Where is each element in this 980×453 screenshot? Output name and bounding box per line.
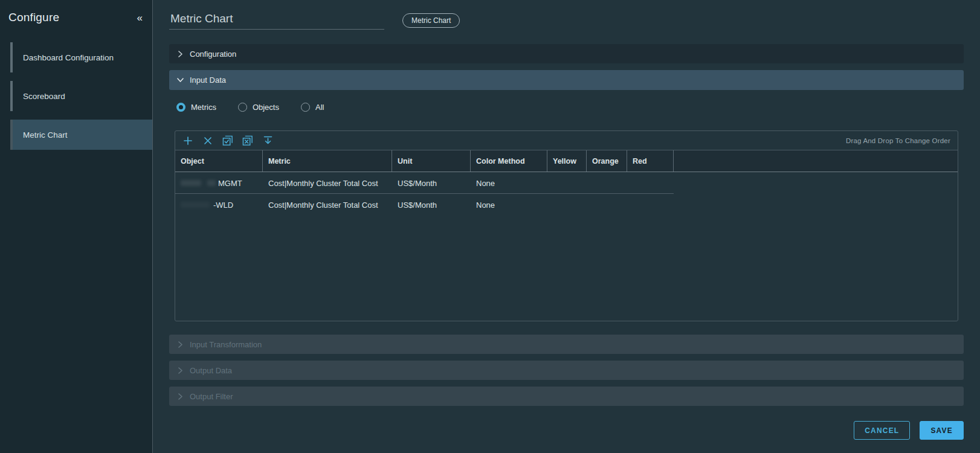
grid-toolbar: Drag And Drop To Change Order <box>175 131 958 150</box>
deselect-all-icon[interactable] <box>242 135 253 146</box>
cell-yellow <box>547 194 587 216</box>
cell-object: -WLD <box>175 194 263 216</box>
sidebar-item-scoreboard[interactable]: Scoreboard <box>10 81 152 111</box>
sidebar-item-metric-chart[interactable]: Metric Chart <box>10 120 152 150</box>
grid-header-row: Object Metric Unit Color Method Yellow O… <box>175 150 958 172</box>
cell-color-method: None <box>471 194 547 216</box>
table-row[interactable]: MGMT Cost|Monthly Cluster Total Cost US$… <box>175 172 958 194</box>
sidebar-title: Configure <box>8 11 59 24</box>
footer-actions: CANCEL SAVE <box>169 421 964 440</box>
add-icon[interactable] <box>182 135 193 146</box>
redacted-text <box>181 180 201 186</box>
section-input-data[interactable]: Input Data <box>169 70 964 90</box>
cell-unit: US$/Month <box>392 172 471 194</box>
sidebar-item-label: Dashboard Configuration <box>13 53 114 62</box>
select-all-icon[interactable] <box>222 135 233 146</box>
section-output-data: Output Data <box>169 361 964 380</box>
page-header: Metric Chart <box>169 12 964 30</box>
radio-selected-icon <box>176 103 185 112</box>
column-header-orange: Orange <box>587 150 627 172</box>
widget-config-panel: Metric Chart Configuration Input Data Me… <box>153 0 980 453</box>
cell-red <box>627 194 674 216</box>
cell-yellow <box>547 172 587 194</box>
cell-orange <box>587 172 627 194</box>
column-header-filler <box>674 150 958 172</box>
cell-filler <box>674 194 958 216</box>
sidebar-header: Configure « <box>0 11 152 24</box>
section-label: Output Data <box>190 366 232 375</box>
cancel-button[interactable]: CANCEL <box>854 421 910 440</box>
save-button[interactable]: SAVE <box>920 421 964 440</box>
column-header-object: Object <box>175 150 263 172</box>
column-header-metric: Metric <box>263 150 392 172</box>
column-header-yellow: Yellow <box>547 150 587 172</box>
chevron-right-icon <box>176 393 184 400</box>
radio-unselected-icon <box>301 103 310 112</box>
section-label: Configuration <box>190 50 236 59</box>
sidebar-item-label: Scoreboard <box>13 92 65 101</box>
cell-orange <box>587 194 627 216</box>
chevron-down-icon <box>176 78 184 82</box>
chevron-right-icon <box>176 341 184 348</box>
column-header-color-method: Color Method <box>471 150 547 172</box>
move-to-bottom-icon[interactable] <box>262 135 273 146</box>
remove-icon[interactable] <box>202 135 213 146</box>
section-input-transformation: Input Transformation <box>169 335 964 354</box>
cell-metric: Cost|Monthly Cluster Total Cost <box>263 172 392 194</box>
widget-title-input[interactable] <box>169 12 384 30</box>
redacted-text <box>181 202 210 208</box>
radio-unselected-icon <box>238 103 247 112</box>
section-label: Input Transformation <box>190 340 262 349</box>
redacted-text <box>207 180 216 186</box>
sidebar-item-label: Metric Chart <box>13 130 68 140</box>
widget-type-badge: Metric Chart <box>402 13 460 28</box>
configure-sidebar: Configure « Dashboard Configuration Scor… <box>0 0 153 453</box>
column-header-red: Red <box>627 150 674 172</box>
cell-filler <box>674 172 958 194</box>
collapse-sidebar-icon[interactable]: « <box>137 13 143 23</box>
chevron-right-icon <box>176 367 184 374</box>
section-output-filter: Output Filter <box>169 387 964 406</box>
radio-metrics[interactable]: Metrics <box>176 103 216 112</box>
section-configuration[interactable]: Configuration <box>169 44 964 63</box>
cell-red <box>627 172 674 194</box>
section-label: Output Filter <box>190 392 233 401</box>
column-header-unit: Unit <box>392 150 471 172</box>
radio-all[interactable]: All <box>301 103 324 112</box>
drag-drop-hint: Drag And Drop To Change Order <box>846 137 950 144</box>
cell-unit: US$/Month <box>392 194 471 216</box>
cell-object: MGMT <box>175 172 263 194</box>
cell-color-method: None <box>471 172 547 194</box>
section-label: Input Data <box>190 76 226 85</box>
input-data-mode-radios: Metrics Objects All <box>176 100 964 114</box>
cell-metric: Cost|Monthly Cluster Total Cost <box>263 194 392 216</box>
radio-objects[interactable]: Objects <box>238 103 279 112</box>
grid-empty-area <box>175 216 958 321</box>
metrics-data-grid: Drag And Drop To Change Order Object Met… <box>175 130 958 321</box>
chevron-right-icon <box>176 51 184 57</box>
sidebar-item-dashboard-configuration[interactable]: Dashboard Configuration <box>10 42 152 72</box>
table-row[interactable]: -WLD Cost|Monthly Cluster Total Cost US$… <box>175 194 958 216</box>
